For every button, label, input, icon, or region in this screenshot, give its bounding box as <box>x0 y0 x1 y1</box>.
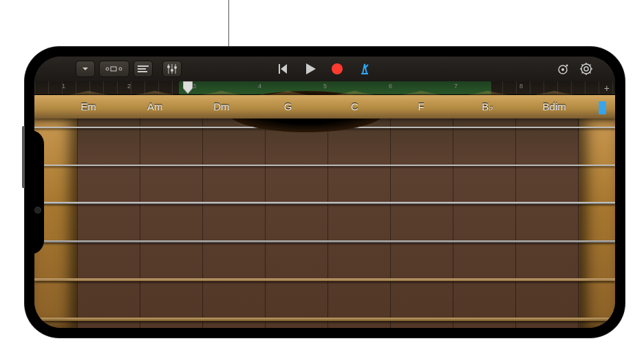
svg-point-20 <box>584 67 588 71</box>
chord-button-bb[interactable]: B♭ <box>455 95 522 118</box>
chord-button-c[interactable]: C <box>321 95 388 118</box>
svg-line-25 <box>582 65 583 66</box>
svg-point-13 <box>332 63 343 74</box>
bar-number: 6 <box>389 83 392 90</box>
dial-icon <box>556 62 570 76</box>
tone-button[interactable] <box>556 62 570 76</box>
record-button[interactable] <box>325 60 349 78</box>
svg-rect-5 <box>138 71 147 72</box>
svg-rect-4 <box>138 68 146 70</box>
svg-rect-3 <box>138 65 149 67</box>
toolbar <box>34 56 615 81</box>
string-2[interactable] <box>34 165 615 166</box>
string-5[interactable] <box>34 278 615 281</box>
bar-number: 5 <box>323 83 327 90</box>
svg-line-26 <box>590 72 591 74</box>
string-4[interactable] <box>34 240 615 243</box>
instrument-view-icon <box>104 64 125 74</box>
bar-number: 2 <box>127 83 131 90</box>
svg-point-7 <box>167 65 170 68</box>
phone-frame: 1 2 3 4 5 6 7 8 + Em Am Dm G C F B♭ Bdim <box>25 47 625 338</box>
svg-point-11 <box>174 66 177 69</box>
bar-number: 8 <box>519 83 523 90</box>
bar-number: 4 <box>258 83 261 90</box>
phone-notch <box>25 130 44 254</box>
svg-line-27 <box>582 72 583 74</box>
string-3[interactable] <box>34 202 615 204</box>
svg-point-9 <box>171 69 173 72</box>
play-button[interactable] <box>301 61 321 77</box>
svg-point-2 <box>119 68 122 70</box>
svg-line-28 <box>590 65 591 66</box>
mixer-button[interactable] <box>162 61 182 77</box>
bar-number: 7 <box>454 83 458 90</box>
bar-number: 3 <box>193 83 196 90</box>
metronome-button[interactable] <box>353 60 376 78</box>
chord-button-dm[interactable]: Dm <box>189 95 255 118</box>
strings <box>34 127 615 321</box>
svg-point-18 <box>566 65 568 67</box>
browser-button[interactable] <box>76 61 95 77</box>
svg-rect-12 <box>279 64 280 74</box>
rewind-icon <box>279 64 291 74</box>
fretboard[interactable] <box>34 118 615 328</box>
autoplay-toggle[interactable]: |||| <box>588 95 615 118</box>
add-section-button[interactable]: + <box>604 83 610 94</box>
bar-number: 1 <box>62 83 65 90</box>
rewind-button[interactable] <box>273 61 297 76</box>
view-toggle-button[interactable] <box>99 61 129 77</box>
metronome-icon <box>358 63 371 75</box>
playhead-icon <box>183 81 193 94</box>
record-icon <box>331 63 343 75</box>
gear-icon <box>579 62 593 76</box>
chord-button-f[interactable]: F <box>388 95 455 118</box>
tracks-view-button[interactable] <box>133 61 153 77</box>
chord-button-g[interactable]: G <box>255 95 321 118</box>
autoplay-icon: |||| <box>598 99 605 115</box>
svg-rect-1 <box>111 67 116 71</box>
svg-point-17 <box>561 68 564 71</box>
settings-button[interactable] <box>579 62 593 76</box>
play-icon <box>306 63 316 74</box>
svg-point-0 <box>106 68 109 70</box>
tracks-icon <box>138 65 149 73</box>
chevron-down-icon <box>81 65 89 73</box>
chord-button-bdim[interactable]: Bdim <box>521 95 588 118</box>
string-6[interactable] <box>34 318 615 321</box>
playhead[interactable] <box>183 81 191 94</box>
chord-button-am[interactable]: Am <box>122 95 189 118</box>
sliders-icon <box>167 64 178 74</box>
chord-button-em[interactable]: Em <box>55 95 122 118</box>
chord-strip: Em Am Dm G C F B♭ Bdim |||| <box>34 95 615 118</box>
app-screen: 1 2 3 4 5 6 7 8 + Em Am Dm G C F B♭ Bdim <box>34 56 615 328</box>
